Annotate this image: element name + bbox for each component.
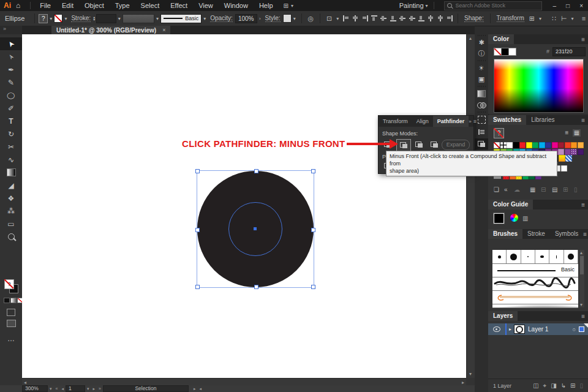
eyedropper-tool[interactable]: ◢ [0, 179, 22, 192]
next-artboard-icon[interactable]: ▸ [92, 386, 95, 391]
stroke-label[interactable]: Stroke: [71, 15, 91, 22]
shape-label[interactable]: Shape: [464, 15, 484, 22]
minimize-button[interactable]: – [548, 2, 562, 9]
chevron-down-icon[interactable]: ▾ [156, 16, 159, 21]
tab-symbols[interactable]: Symbols [550, 229, 583, 239]
menu-item[interactable]: Select [135, 2, 165, 9]
handle-s[interactable] [254, 285, 258, 289]
new-group-icon[interactable]: ▤ [552, 186, 557, 193]
chevron-right-icon[interactable]: › [259, 16, 261, 21]
opacity-label[interactable]: Opacity: [210, 15, 233, 22]
last-artboard-icon[interactable]: » [99, 386, 101, 391]
screen-mode-button[interactable] [7, 320, 16, 327]
swatch-libraries-icon[interactable]: ❏ [494, 186, 499, 193]
scroll-right-icon[interactable]: ▸ [462, 380, 464, 385]
symbol-sprayer-tool[interactable]: ⁂ [0, 205, 22, 217]
tab-stroke[interactable]: Stroke [522, 229, 550, 239]
align-top-icon[interactable] [371, 15, 377, 22]
edit-toolbar-button[interactable]: … [0, 332, 22, 345]
handle-sw[interactable] [195, 285, 200, 289]
current-fill-swatch[interactable]: ? [494, 128, 504, 138]
expand-chevron-icon[interactable]: ▸ [509, 326, 511, 332]
scroll-up-icon[interactable]: ▴ [580, 250, 582, 255]
tab-brushes[interactable]: Brushes [488, 229, 522, 239]
swatch[interactable] [545, 142, 551, 148]
swatch[interactable] [532, 142, 538, 148]
stock-search[interactable] [444, 1, 542, 10]
ellipse-tool[interactable]: ◯ [0, 89, 22, 102]
panel-menu-icon[interactable]: ≡ [581, 202, 588, 208]
search-input[interactable] [454, 2, 530, 9]
arrange-documents-icon[interactable]: ⊞ [284, 2, 289, 9]
minus-front-button[interactable] [396, 139, 411, 151]
swatch[interactable] [565, 155, 572, 162]
collect-export-icon[interactable]: ◫ [533, 382, 538, 390]
swatch[interactable] [513, 142, 519, 148]
rotate-tool[interactable]: ↻ [0, 127, 22, 140]
width-tool[interactable]: ∿ [0, 153, 22, 166]
scroll-up-icon[interactable]: ▴ [469, 36, 472, 41]
menu-item[interactable]: Window [219, 2, 254, 9]
menu-item[interactable]: Effect [165, 2, 193, 9]
swatch[interactable] [539, 142, 545, 148]
align-right-icon[interactable] [361, 15, 368, 22]
stroke-color-swatch[interactable] [54, 14, 62, 23]
distribute-bottom-icon[interactable] [418, 15, 424, 22]
new-layer-icon[interactable]: ⊞ [570, 382, 575, 390]
chevron-down-icon[interactable]: ▾ [87, 386, 89, 391]
handle-n[interactable] [254, 169, 258, 173]
status-menu-icon[interactable]: ▸ [194, 386, 196, 391]
pathfinder-panel-icon[interactable] [475, 138, 488, 149]
transparency-panel-icon[interactable] [475, 99, 488, 110]
properties-panel-icon[interactable]: ✱ [475, 37, 488, 48]
swatch[interactable] [494, 142, 500, 148]
swatch[interactable] [519, 142, 526, 148]
menu-item[interactable]: View [193, 2, 219, 9]
brush-definition-dropdown[interactable]: Basic [160, 14, 202, 23]
chevron-down-icon[interactable]: ▾ [539, 16, 541, 21]
menu-item[interactable]: Type [110, 2, 135, 9]
brush-arrow[interactable] [492, 291, 578, 304]
show-kinds-icon[interactable]: ▦ [530, 186, 535, 193]
chevron-down-icon[interactable]: ▾ [426, 3, 428, 9]
stroke-stepper[interactable]: ▴▾ [93, 16, 95, 21]
brush-calligraphic[interactable] [492, 250, 507, 263]
first-artboard-icon[interactable]: « [56, 386, 58, 391]
expand-button[interactable]: Expand [442, 140, 470, 150]
blend-tool[interactable]: ❖ [0, 192, 22, 205]
tab-pathfinder[interactable]: Pathfinder [433, 116, 469, 127]
appearance-panel-icon[interactable]: ☀ [475, 62, 488, 74]
distribute-middle-icon[interactable] [409, 15, 415, 22]
stroke-weight-field[interactable] [96, 14, 116, 23]
edit-colors-icon[interactable]: ▥ [522, 215, 528, 222]
tab-color[interactable]: Color [488, 34, 514, 44]
layer-row[interactable]: ▸ Layer 1 ○ [488, 323, 588, 335]
white-swatch[interactable] [508, 48, 516, 56]
exclude-button[interactable] [428, 139, 441, 150]
handle-e[interactable] [311, 228, 315, 232]
status-back-icon[interactable]: ◂ [199, 386, 202, 391]
distribute-right-icon[interactable] [446, 15, 452, 22]
handle-se[interactable] [311, 285, 315, 289]
color-button[interactable] [4, 298, 10, 303]
menu-item[interactable]: Help [254, 2, 279, 9]
tab-overflow-icon[interactable]: » [469, 119, 473, 124]
selection-tool[interactable]: ➤ [0, 37, 22, 50]
align-left-icon[interactable] [342, 15, 349, 22]
scissors-tool[interactable]: ✂ [0, 140, 22, 153]
list-view-icon[interactable]: ≡ [563, 129, 571, 137]
handle-ne[interactable] [311, 169, 315, 173]
scroll-down-icon[interactable]: ▾ [469, 371, 472, 377]
brush-basic[interactable]: Basic [492, 264, 578, 277]
document-setup-icon[interactable]: ⊡ [326, 15, 332, 23]
artboard-tool[interactable]: ▭ [0, 217, 22, 230]
panel-menu-icon[interactable]: ≡ [581, 36, 588, 43]
make-mask-icon[interactable]: ◨ [551, 382, 556, 390]
color-wheel-icon[interactable] [510, 214, 518, 222]
close-tab-icon[interactable]: × [162, 27, 165, 33]
handle-nw[interactable] [195, 169, 200, 173]
align-to-icon[interactable]: ⊢ [561, 15, 567, 23]
brush-scrollbar[interactable]: ▴ ▾ [579, 250, 584, 307]
brush-calligraphic[interactable] [549, 250, 564, 263]
prev-artboard-icon[interactable]: ◂ [61, 386, 64, 391]
